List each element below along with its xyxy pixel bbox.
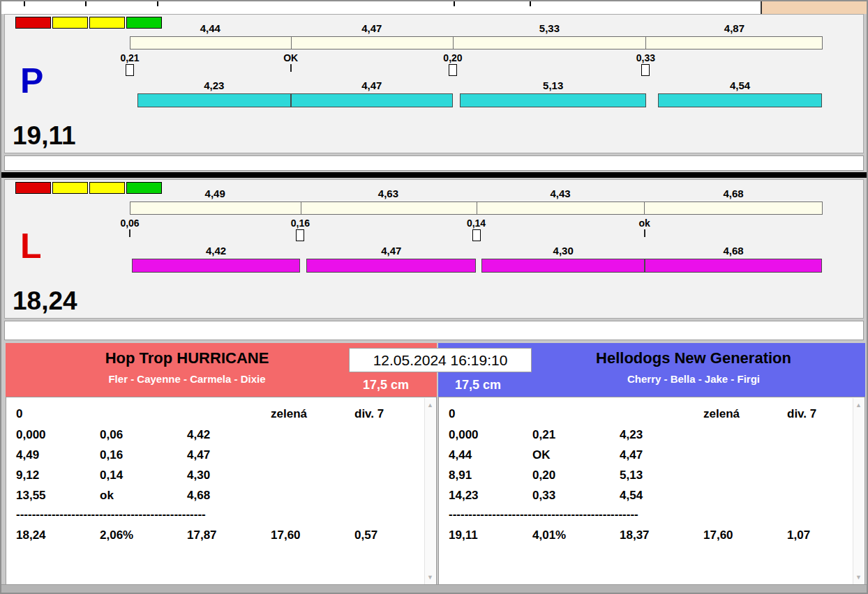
table-cell: 4,47 — [620, 448, 643, 462]
split-divider — [645, 37, 646, 49]
split-time-label: 4,87 — [646, 22, 823, 34]
run-times-bar — [130, 93, 823, 107]
lane-total-time-l: 18,24 — [13, 288, 77, 314]
table-cell: 4,54 — [620, 489, 643, 503]
timestamp: 12.05.2024 16:19:10 — [349, 348, 532, 372]
table-cell: 0,000 — [449, 428, 479, 442]
split-time-labels: 4,494,634,434,68 — [130, 188, 823, 200]
table-cell: 4,23 — [620, 428, 643, 442]
jump-height: 17,5 cm — [455, 378, 501, 393]
run-row: 0,0000,214,23 — [449, 428, 846, 446]
split-divider — [644, 202, 645, 214]
changeover-label: 0,14 — [467, 218, 486, 229]
run-time-label: 4,68 — [645, 245, 823, 257]
table-cell: 4,42 — [187, 428, 210, 442]
run-time-bar — [291, 93, 453, 107]
split-time-label: 4,43 — [477, 188, 645, 199]
app-window: 4,444,475,334,87 0,21OK0,200,33 4,234,47… — [0, 0, 868, 594]
table-cell: div. 7 — [354, 407, 384, 421]
run-row: 4,44OK4,47 — [449, 448, 846, 466]
changeover-marker-tick — [644, 229, 645, 237]
run-row: 13,55ok4,68 — [16, 489, 418, 507]
table-scrollbar[interactable]: ▲ ▼ — [853, 398, 864, 584]
split-time-label: 4,68 — [645, 188, 823, 199]
changeover-marker-box — [641, 64, 650, 76]
split-time-label: 4,47 — [291, 22, 453, 34]
top-tick-mark — [454, 1, 455, 6]
table-cell: 8,91 — [449, 469, 472, 482]
run-time-bar — [658, 93, 823, 107]
traffic-light — [52, 182, 88, 194]
empty-field-strip — [4, 321, 864, 340]
changeover-marker-tick — [290, 64, 292, 72]
scroll-down-icon[interactable]: ▼ — [853, 572, 864, 582]
run-row: 9,120,144,30 — [16, 469, 418, 487]
top-strip — [1, 1, 867, 14]
status-bar — [1, 584, 867, 593]
run-time-label: 4,47 — [291, 79, 453, 91]
team-results-table: 0zelenádiv. 70,0000,064,424,490,164,479,… — [6, 397, 437, 586]
table-cell: div. 7 — [787, 407, 816, 421]
traffic-light — [15, 17, 51, 29]
results-section: Hop Trop HURRICANE Fler - Cayenne - Carm… — [4, 343, 864, 586]
lane-chart-p: 4,444,475,334,87 0,21OK0,200,33 4,234,47… — [130, 15, 823, 153]
run-time-label: 4,23 — [137, 79, 291, 91]
team-results-table: 0zelenádiv. 70,0000,214,234,44OK4,478,91… — [438, 397, 865, 586]
scroll-down-icon[interactable]: ▼ — [425, 572, 435, 582]
separator-row: ----------------------------------------… — [449, 508, 638, 521]
table-cell: 13,55 — [16, 489, 46, 503]
changeover-marker-tick — [129, 229, 130, 237]
table-cell: 0,000 — [16, 428, 46, 442]
changeover-label: 0,20 — [443, 52, 462, 63]
split-times-bar — [130, 201, 823, 215]
separator-row: ----------------------------------------… — [16, 508, 206, 521]
table-cell: 17,60 — [271, 528, 301, 542]
scroll-up-icon[interactable]: ▲ — [425, 400, 435, 410]
top-tick-mark — [530, 1, 531, 6]
team-dogs: Cherry - Bella - Jake - Firgi — [522, 373, 865, 385]
table-cell: 0,20 — [532, 469, 555, 482]
run-time-labels: 4,424,474,304,68 — [130, 245, 823, 257]
summary-row: 18,242,06%17,8717,600,57 — [16, 528, 418, 547]
changeover-labels: 0,21OK0,200,33 — [130, 52, 823, 63]
split-divider — [291, 37, 292, 49]
table-cell: 0,21 — [532, 428, 555, 442]
run-time-label: 4,54 — [658, 79, 823, 91]
scroll-up-icon[interactable]: ▲ — [853, 400, 864, 410]
table-cell: 17,60 — [703, 528, 733, 542]
top-tick-mark — [157, 1, 158, 6]
table-cell: 18,24 — [16, 528, 46, 542]
run-row: 8,910,205,13 — [449, 469, 846, 487]
lane-chart-l: 4,494,634,434,68 0,060,160,14ok 4,424,47… — [130, 180, 823, 318]
run-time-label: 4,42 — [132, 245, 300, 257]
team-panel-right: Hellodogs New Generation Cherry - Bella … — [438, 343, 865, 586]
run-time-bar — [481, 259, 645, 273]
split-divider — [453, 37, 454, 49]
info-row: 0zelenádiv. 7 — [16, 407, 418, 425]
top-tick-mark — [85, 1, 87, 6]
table-cell: 0,33 — [532, 489, 555, 503]
changeover-markers — [130, 229, 823, 242]
table-scrollbar[interactable]: ▲ ▼ — [424, 398, 435, 584]
split-time-label: 5,33 — [453, 22, 646, 34]
team-rows: 0zelenádiv. 70,0000,064,424,490,164,479,… — [16, 397, 418, 585]
run-time-bar — [137, 93, 291, 107]
traffic-light — [52, 17, 88, 29]
changeover-label: OK — [283, 52, 298, 63]
jump-height: 17,5 cm — [363, 378, 409, 393]
table-cell: 1,07 — [787, 528, 810, 542]
changeover-markers — [130, 64, 823, 77]
run-time-labels: 4,234,475,134,54 — [130, 79, 823, 92]
team-panel-left: Hop Trop HURRICANE Fler - Cayenne - Carm… — [6, 343, 437, 586]
table-cell: ok — [100, 489, 114, 503]
team-name: Hellodogs New Generation — [522, 349, 865, 367]
run-row: 14,230,334,54 — [449, 489, 846, 507]
changeover-marker-box — [472, 229, 481, 241]
split-divider — [301, 202, 301, 214]
run-time-bar — [460, 93, 646, 107]
table-cell: 0,06 — [100, 428, 123, 442]
lane-letter-p: P — [20, 63, 43, 98]
table-cell: 2,06% — [100, 528, 133, 542]
traffic-light — [89, 182, 125, 194]
changeover-label: 0,06 — [120, 218, 139, 229]
